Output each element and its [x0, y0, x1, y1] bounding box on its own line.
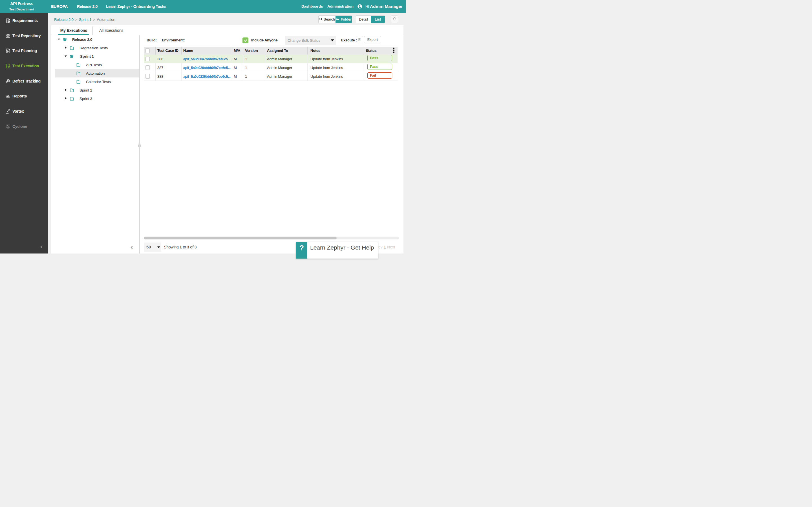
sidebar-item-reports[interactable]: Reports	[0, 89, 48, 104]
tree-item-sprint-3[interactable]: Sprint 3	[55, 94, 139, 103]
menu-project[interactable]: EUROPA	[51, 0, 68, 13]
col-assigned-to[interactable]: Assigned To	[265, 47, 307, 55]
col-test-case-id[interactable]: Test Case ID	[155, 47, 181, 55]
column-menu-icon[interactable]	[393, 48, 395, 54]
test-repository-icon	[5, 33, 11, 39]
app-logo[interactable]: API Fortress Test Department	[0, 0, 43, 13]
tree-item-automation[interactable]: Automation	[55, 69, 139, 77]
user-avatar-icon[interactable]	[357, 4, 362, 9]
sidebar-collapse-chevron[interactable]: ‹	[40, 243, 43, 250]
cell-notes: Update from Jenkins	[307, 72, 364, 80]
test-link[interactable]: apif_5a0c00a7bbb0fb7ee6c5...	[183, 57, 231, 61]
breadcrumb-current: Automation	[97, 17, 115, 22]
detail-list-toggle: Detail List	[356, 15, 385, 23]
test-execution-icon	[5, 63, 11, 69]
include-anyone-checkbox[interactable]	[243, 38, 248, 43]
page-size-select[interactable]: 50	[144, 242, 161, 252]
sidebar-item-label: Test Execution	[12, 64, 39, 68]
tree-item-calendar-tests[interactable]: Calendar-Tests	[55, 77, 139, 86]
sidebar-item-cyclone[interactable]: Cyclone	[0, 119, 48, 134]
current-page[interactable]: 1	[384, 245, 386, 249]
sidebar-item-test-planning[interactable]: Test Planning	[0, 43, 48, 58]
search-icon	[319, 17, 323, 21]
tree-item-label: Sprint 2	[80, 86, 92, 94]
table-row[interactable]: 386 apif_5a0c00a7bbb0fb7ee6c5... M 1 Adm…	[144, 55, 398, 63]
cell-notes: Update from Jenkins	[307, 55, 364, 63]
status-badge[interactable]: Pass	[367, 64, 392, 70]
horizontal-scrollbar-track[interactable]	[144, 237, 399, 239]
sidebar-item-test-execution[interactable]: Test Execution	[0, 58, 48, 73]
content-card: My Executions All Executions Release 2.0…	[51, 25, 403, 253]
sidebar-item-test-repository[interactable]: Test Repository	[0, 28, 48, 43]
sidebar-item-label: Defect Tracking	[12, 79, 41, 83]
col-ma[interactable]: M/A	[232, 47, 243, 55]
vortex-icon	[5, 109, 11, 114]
sidebar-item-vortex[interactable]: Vortex	[0, 104, 48, 119]
next-page-button[interactable]: Next	[387, 245, 395, 249]
table-header: Test Case ID Name M/A Version Assigned T…	[144, 47, 398, 55]
help-label[interactable]: Learn Zephyr - Get Help	[307, 242, 374, 253]
help-widget: ? Learn Zephyr - Get Help	[296, 242, 378, 253]
horizontal-scrollbar-thumb[interactable]	[144, 237, 337, 239]
environment-label: Environment:	[162, 36, 185, 45]
splitter-grip[interactable]	[138, 144, 141, 148]
build-label: Build:	[147, 36, 157, 45]
chevron-down-icon[interactable]	[58, 39, 60, 40]
select-all-checkbox[interactable]	[146, 48, 150, 53]
col-name[interactable]: Name	[181, 47, 232, 55]
status-badge[interactable]: Pass	[367, 55, 392, 61]
breadcrumb-release[interactable]: Release 2.0	[54, 17, 73, 22]
execute-input[interactable]: E	[356, 36, 363, 43]
help-icon[interactable]: ?	[296, 242, 307, 253]
export-button[interactable]: Export	[364, 36, 381, 43]
tree-item-api-tests[interactable]: API-Tests	[55, 61, 139, 69]
search-folder-toggle: Search Folder	[318, 15, 352, 23]
cell-version: 1	[243, 72, 265, 80]
detail-button[interactable]: Detail	[356, 16, 371, 23]
tree-collapse-chevron[interactable]: ‹	[130, 244, 133, 251]
status-badge[interactable]: Fail	[367, 72, 392, 78]
chevron-right-icon[interactable]	[65, 97, 66, 100]
sidebar-item-defect-tracking[interactable]: Defect Tracking	[0, 73, 48, 89]
sidebar-item-label: Requirements	[12, 18, 38, 23]
cell-test-case-id: 386	[155, 55, 181, 63]
notifications-button[interactable]	[391, 15, 398, 23]
change-bulk-status-select[interactable]: Change Bulk Status	[285, 36, 336, 45]
col-status[interactable]: Status	[364, 47, 398, 55]
menu-dashboards[interactable]: Dashboards	[301, 0, 323, 13]
menu-release[interactable]: Release 2.0	[77, 0, 98, 13]
chevron-right-icon[interactable]	[65, 47, 66, 49]
tab-my-executions[interactable]: My Executions	[55, 25, 93, 35]
list-button[interactable]: List	[371, 16, 385, 23]
table-row[interactable]: 388 apif_5a0c0236bbb0fb7ee6c5... M 1 Adm…	[144, 72, 398, 81]
row-checkbox[interactable]	[146, 57, 150, 61]
test-link[interactable]: apif_5a0c0236bbb0fb7ee6c5...	[183, 75, 231, 78]
reports-icon	[5, 94, 11, 99]
folder-button[interactable]: Folder	[336, 16, 352, 23]
row-checkbox[interactable]	[146, 74, 150, 78]
breadcrumb: Release 2.0>Sprint 1>Automation	[54, 16, 115, 23]
search-button[interactable]: Search	[319, 16, 336, 23]
col-version[interactable]: Version	[243, 47, 265, 55]
menu-administration[interactable]: Administration	[327, 0, 353, 13]
cell-status: Pass	[364, 55, 398, 63]
tree-item-regression-tests[interactable]: Regression Tests	[55, 44, 139, 52]
tab-all-executions[interactable]: All Executions	[93, 25, 130, 35]
menu-onboarding-tasks[interactable]: Learn Zephyr - Onboarding Tasks	[106, 0, 166, 13]
row-checkbox[interactable]	[146, 65, 150, 70]
user-greeting[interactable]: Hi Admin Manager	[365, 0, 403, 13]
tree-item-sprint-1[interactable]: Sprint 1	[55, 52, 139, 61]
tree-item-sprint-2[interactable]: Sprint 2	[55, 86, 139, 94]
tree-item-release-2-0[interactable]: Release 2.0	[55, 35, 139, 44]
cell-status: Fail	[364, 72, 398, 80]
sidebar-item-label: Vortex	[12, 109, 24, 114]
chevron-down-icon[interactable]	[64, 55, 67, 57]
table-row[interactable]: 387 apif_5a0c020abbb0fb7ee6c5... M 1 Adm…	[144, 63, 398, 72]
col-notes[interactable]: Notes	[307, 47, 364, 55]
chevron-right-icon[interactable]	[65, 89, 66, 91]
breadcrumb-sprint[interactable]: Sprint 1	[79, 17, 91, 22]
test-link[interactable]: apif_5a0c020abbb0fb7ee6c5...	[183, 66, 231, 70]
sidebar-item-requirements[interactable]: Requirements	[0, 13, 48, 28]
cell-ma: M	[232, 72, 243, 80]
caret-down-icon	[157, 246, 160, 248]
